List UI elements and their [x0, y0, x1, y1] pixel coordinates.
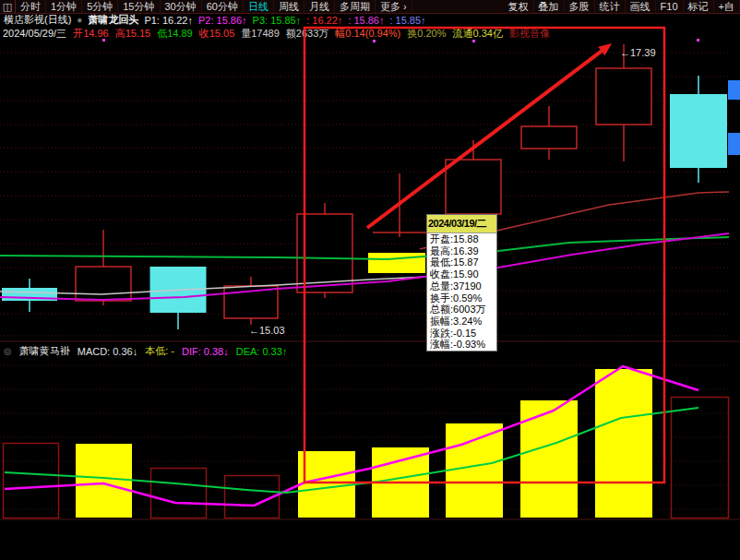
sub-indicator-row: ◎ 萧啸黄马褂 MACD: 0.36↓ 本低: - DIF: 0.38↓ DEA…: [4, 344, 287, 358]
chart-canvas[interactable]: [0, 0, 740, 560]
tooltip-row-change: 涨跌:-0.15: [427, 328, 496, 340]
quote-close: 收15.05: [199, 27, 235, 41]
tab-period-30min[interactable]: 30分钟: [161, 0, 202, 13]
candle-tooltip: 2024/03/19/二 开盘:15.88 最高:16.39 最低:15.87 …: [426, 214, 497, 351]
tab-period-multi[interactable]: 多周期: [335, 0, 376, 13]
tooltip-row-amplitude: 振幅:3.24%: [427, 316, 496, 328]
sub-value-dif: DIF: 0.38↓: [182, 346, 229, 357]
app-window: ◫ 分时 1分钟 5分钟 15分钟 30分钟 60分钟 日线 周线 月线 多周期…: [0, 0, 740, 560]
low-price-label: ←15.03: [249, 325, 285, 336]
indicator-value-p3: P3: 15.85↑: [253, 15, 302, 26]
sub-indicator-circle-icon: ◎: [4, 346, 12, 356]
layout-icon[interactable]: ◫: [0, 0, 16, 13]
tooltip-row-changepct: 涨幅:-0.93%: [427, 339, 496, 351]
quote-range: 幅0.14(0.94%): [335, 27, 400, 41]
tab-period-more[interactable]: 更多 ›: [376, 0, 412, 13]
edge-tab-1[interactable]: [728, 80, 740, 100]
indicator-value-6: : 15.85↑: [389, 15, 425, 26]
quote-amount: 额2633万: [286, 27, 328, 41]
quote-low: 低14.89: [157, 27, 193, 41]
tab-period-minute[interactable]: 分时: [16, 0, 46, 13]
quote-open: 开14.96: [73, 27, 109, 41]
quote-date: 2024/05/29/三: [3, 27, 66, 41]
tab-period-monthly[interactable]: 月线: [304, 0, 335, 13]
tab-period-weekly[interactable]: 周线: [274, 0, 304, 13]
tooltip-row-close: 收盘:15.90: [427, 268, 496, 280]
button-add-watchlist[interactable]: +自: [714, 0, 740, 13]
quote-float: 流通0.34亿: [452, 27, 502, 41]
tooltip-date: 2024/03/19/二: [427, 215, 496, 233]
period-toolbar: ◫ 分时 1分钟 5分钟 15分钟 30分钟 60分钟 日线 周线 月线 多周期…: [0, 0, 740, 14]
tab-period-5min[interactable]: 5分钟: [82, 0, 118, 13]
high-price-label: ←17.39: [620, 47, 656, 58]
sub-value-macd: MACD: 0.36↓: [78, 346, 137, 357]
quote-row: 2024/05/29/三 开14.96 高15.15 低14.89 收15.05…: [3, 27, 550, 41]
tab-period-1min[interactable]: 1分钟: [46, 0, 82, 13]
main-indicator-name: 萧啸龙回头: [88, 13, 138, 27]
sub-indicator-name: 萧啸黄马褂: [19, 344, 70, 358]
button-f10[interactable]: F10: [656, 0, 684, 13]
button-mark[interactable]: 标记: [684, 0, 714, 13]
indicator-value-4: : 16.22↑: [306, 15, 342, 26]
tab-period-15min[interactable]: 15分钟: [118, 0, 160, 13]
stock-title: 横店影视(日线): [4, 13, 71, 27]
tooltip-row-turnover: 换手:0.59%: [427, 292, 496, 304]
button-overlay[interactable]: 叠加: [534, 0, 565, 13]
tooltip-row-volume: 总量:37190: [427, 280, 496, 292]
quote-turnover: 换0.20%: [407, 27, 446, 41]
button-multistock[interactable]: 多股: [565, 0, 595, 13]
tab-period-daily[interactable]: 日线: [244, 0, 274, 13]
tooltip-row-open: 开盘:15.88: [427, 233, 496, 245]
button-stats[interactable]: 统计: [595, 0, 626, 13]
button-adjust[interactable]: 复权: [504, 0, 534, 13]
indicator-value-p1: P1: 16.22↑: [144, 15, 193, 26]
indicator-info-row: 横店影视(日线) ● 萧啸龙回头 P1: 16.22↑ P2: 15.86↑ P…: [4, 14, 426, 26]
quote-volume: 量17489: [241, 27, 280, 41]
sub-value-dea: DEA: 0.33↑: [236, 346, 288, 357]
edge-tab-2[interactable]: [728, 133, 740, 155]
toolbar-right: 复权 叠加 多股 统计 画线 F10 标记 +自: [504, 0, 740, 13]
tab-period-60min[interactable]: 60分钟: [202, 0, 244, 13]
tooltip-row-amount: 总额:6003万: [427, 304, 496, 316]
quote-sector: 影视音像: [509, 27, 550, 41]
quote-high: 高15.15: [115, 27, 151, 41]
tooltip-row-high: 最高:16.39: [427, 245, 496, 257]
indicator-circle-icon: ●: [77, 15, 82, 25]
tooltip-row-low: 最低:15.87: [427, 256, 496, 268]
indicator-value-5: : 15.86↑: [348, 15, 384, 26]
indicator-value-p2: P2: 15.86↑: [198, 15, 247, 26]
button-drawline[interactable]: 画线: [626, 0, 656, 13]
sub-value-benlow: 本低: -: [145, 344, 174, 358]
